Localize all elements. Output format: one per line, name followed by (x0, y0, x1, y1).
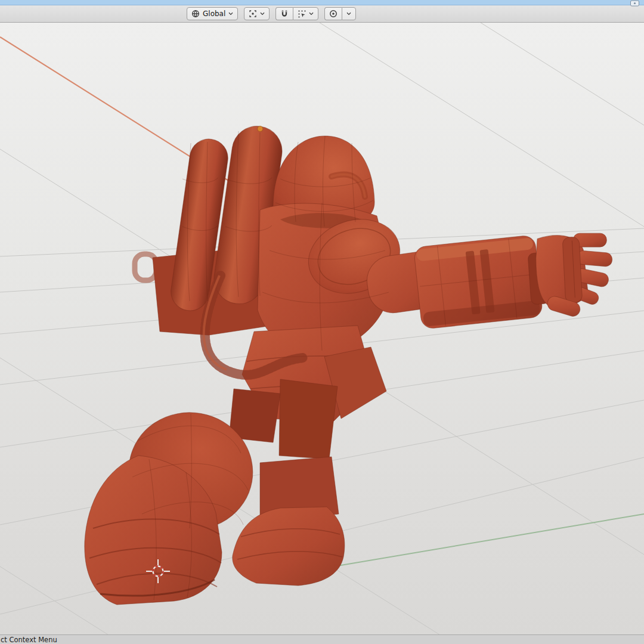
status-bar: ct Context Menu (0, 634, 644, 644)
snap-toggle-button[interactable] (275, 7, 293, 20)
snapping-control (275, 7, 318, 20)
pivot-point-icon (249, 10, 257, 18)
rear-thigh (279, 379, 338, 459)
chevron-down-icon (309, 12, 314, 16)
snap-settings-dropdown[interactable] (293, 7, 318, 20)
viewport-header: Global (0, 5, 644, 23)
proportional-falloff-dropdown[interactable] (342, 7, 356, 20)
snap-magnet-icon (280, 10, 289, 18)
chevron-down-icon (346, 12, 351, 16)
pivot-point-dropdown[interactable] (244, 7, 270, 20)
proportional-editing-control (324, 7, 356, 20)
header-controls: Global (187, 7, 356, 20)
proportional-editing-toggle[interactable] (324, 7, 342, 20)
transform-orientation-value: Global (203, 10, 225, 18)
chevron-down-icon (228, 12, 233, 16)
orientation-global-icon (191, 10, 200, 18)
hand (534, 231, 616, 320)
rear-foot (233, 507, 345, 586)
chevron-down-icon (260, 12, 265, 16)
display-icon[interactable] (630, 0, 640, 7)
transform-orientation-dropdown[interactable]: Global (187, 7, 238, 20)
window-titlebar-strip (0, 0, 644, 5)
axis-y-line (327, 514, 644, 568)
statusbar-context-menu-label: ct Context Menu (1, 636, 57, 644)
proportional-editing-icon (329, 10, 338, 18)
3d-viewport[interactable] (0, 23, 644, 634)
snap-increment-icon (298, 10, 306, 18)
